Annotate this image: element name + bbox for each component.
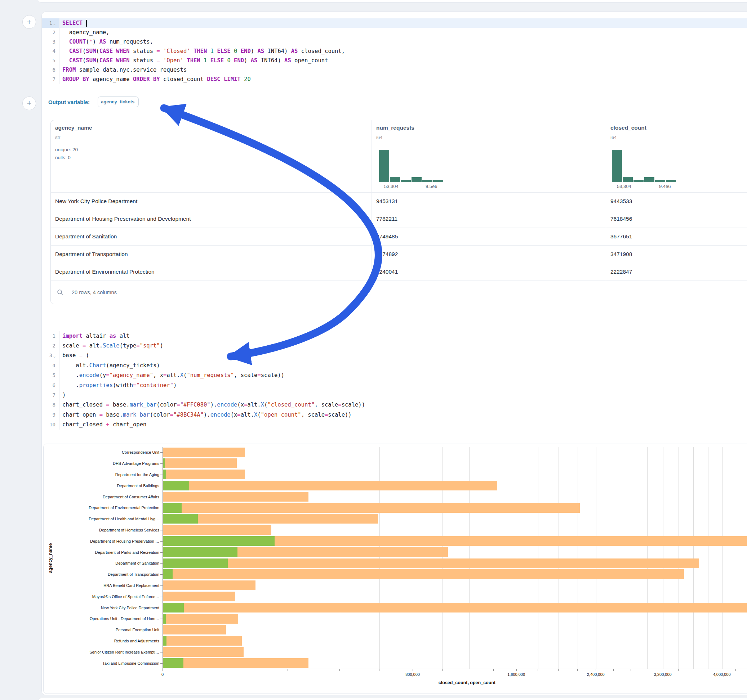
cell-num-requests: 7782211: [376, 210, 398, 228]
x-axis-tick: [442, 669, 443, 671]
cell-closed-count: 3677651: [611, 228, 632, 245]
notebook-page: + + 1⌄SELECT2 agency_name,3 COUNT(*) AS …: [0, 0, 747, 700]
bar-closed: [163, 481, 497, 490]
gridline: [413, 447, 413, 669]
bar-open: [163, 558, 228, 568]
histogram-bar: [379, 150, 389, 182]
x-axis-tick: [693, 669, 693, 671]
code-line[interactable]: 5 .encode(y="agency_name", x=alt.X("num_…: [42, 371, 747, 380]
code-text[interactable]: COUNT(*) AS num_requests,: [59, 37, 747, 47]
bar-closed: [163, 581, 256, 590]
gridline: [663, 447, 664, 669]
code-line[interactable]: 2 agency_name,: [42, 28, 747, 37]
y-axis-label: DHS Advantage Programs: [113, 461, 159, 466]
code-text[interactable]: import altair as alt: [59, 331, 747, 341]
fold-caret-icon[interactable]: ⌄: [53, 354, 56, 358]
histogram-bar: [655, 180, 665, 182]
x-axis-label: 2,400,000: [587, 672, 605, 677]
sql-editor[interactable]: 1⌄SELECT2 agency_name,3 COUNT(*) AS num_…: [42, 18, 747, 84]
code-line[interactable]: 3 COUNT(*) AS num_requests,: [42, 37, 747, 47]
code-line[interactable]: 1import altair as alt: [42, 331, 747, 341]
cell-closed-count: 9443533: [611, 193, 632, 210]
code-line[interactable]: 6FROM sample_data.nyc.service_requests: [42, 65, 747, 74]
x-axis-tick: [613, 669, 614, 671]
code-text[interactable]: alt.Chart(agency_tickets): [59, 361, 747, 370]
line-number: 4: [42, 361, 59, 370]
code-text[interactable]: base = (: [59, 351, 747, 361]
x-axis-tick: [735, 669, 736, 671]
gridline: [288, 447, 288, 669]
code-text[interactable]: chart_closed + chart_open: [59, 420, 747, 430]
code-text[interactable]: agency_name,: [59, 28, 747, 37]
bar-open: [163, 459, 165, 468]
line-number: 3: [42, 37, 59, 47]
bar-open: [163, 481, 189, 490]
output-variable-chip[interactable]: agency_tickets: [98, 97, 139, 107]
y-axis-label: Department of Consumer Affairs: [103, 495, 159, 499]
gridline: [708, 447, 708, 669]
column-type: str: [55, 135, 60, 140]
code-text[interactable]: ): [59, 390, 747, 400]
code-text[interactable]: GROUP BY agency_name ORDER BY closed_cou…: [59, 74, 747, 84]
bar-closed: [163, 647, 243, 657]
line-number: 8: [42, 400, 59, 410]
code-text[interactable]: chart_open = base.mark_bar(color="#8BC34…: [59, 410, 747, 419]
add-cell-button-output[interactable]: +: [22, 97, 36, 110]
cell-num-requests: 2240041: [376, 263, 398, 281]
column-type: i64: [376, 135, 382, 140]
histogram-min-label: 53,304: [384, 184, 399, 189]
code-text[interactable]: SELECT: [59, 18, 747, 28]
search-icon[interactable]: [57, 289, 64, 296]
bar-closed: [163, 591, 235, 601]
code-line[interactable]: 3⌄base = (: [42, 351, 747, 361]
x-axis-label: 0: [162, 672, 163, 677]
altair-chart: Correspondence UnitDHS Advantage Program…: [43, 444, 747, 694]
y-axis-label: Department of Homeless Services: [99, 528, 159, 532]
line-number: 2: [42, 341, 59, 350]
code-line[interactable]: 4 CAST(SUM(CASE WHEN status = 'Closed' T…: [42, 47, 747, 56]
code-line[interactable]: 1⌄SELECT: [42, 18, 747, 28]
add-cell-button-top[interactable]: +: [22, 15, 36, 29]
y-axis-label: New York City Police Department: [101, 606, 159, 610]
code-text[interactable]: CAST(SUM(CASE WHEN status = 'Open' THEN …: [59, 56, 747, 65]
gridline: [722, 447, 723, 669]
code-text[interactable]: CAST(SUM(CASE WHEN status = 'Closed' THE…: [59, 47, 747, 56]
code-line[interactable]: 7GROUP BY agency_name ORDER BY closed_co…: [42, 74, 747, 84]
code-line[interactable]: 5 CAST(SUM(CASE WHEN status = 'Open' THE…: [42, 56, 747, 65]
x-axis-tick: [538, 669, 538, 671]
x-axis-tick: [663, 669, 663, 671]
bar-open: [163, 614, 166, 624]
line-number: 6: [42, 380, 59, 390]
table-row: New York City Police Department945313194…: [51, 192, 747, 210]
divider: [41, 111, 747, 111]
python-editor[interactable]: 1import altair as alt2scale = alt.Scale(…: [42, 331, 747, 430]
x-axis-label: 3,200,000: [654, 672, 672, 677]
code-line[interactable]: 9chart_open = base.mark_bar(color="#8BC3…: [42, 410, 747, 419]
code-text[interactable]: .encode(y="agency_name", x=alt.X("num_re…: [59, 371, 747, 380]
line-number: 1: [42, 331, 59, 341]
code-line[interactable]: 4 alt.Chart(agency_tickets): [42, 361, 747, 370]
line-number: 5: [42, 371, 59, 380]
fold-caret-icon[interactable]: ⌄: [53, 22, 56, 26]
text-cursor: [86, 20, 87, 27]
bar-closed: [163, 459, 237, 468]
code-line[interactable]: 6 .properties(width="container"): [42, 380, 747, 390]
bar-open: [163, 536, 275, 546]
column-header-closed-count: closed_count: [611, 125, 646, 131]
code-line[interactable]: 10chart_closed + chart_open: [42, 420, 747, 430]
code-text[interactable]: chart_closed = base.mark_bar(color="#FFC…: [59, 400, 747, 410]
code-text[interactable]: scale = alt.Scale(type="sqrt"): [59, 341, 747, 350]
code-line[interactable]: 2scale = alt.Scale(type="sqrt"): [42, 341, 747, 350]
x-axis-tick: [339, 669, 340, 671]
code-line[interactable]: 8chart_closed = base.mark_bar(color="#FF…: [42, 400, 747, 410]
code-text[interactable]: .properties(width="container"): [59, 380, 747, 390]
gridline: [647, 447, 647, 669]
histogram-min-label: 53,304: [617, 184, 631, 189]
histogram-bar: [433, 180, 443, 182]
x-axis-tick: [379, 669, 380, 671]
y-axis-label: Department of Sanitation: [115, 561, 159, 565]
code-line[interactable]: 7): [42, 390, 747, 400]
y-axis-label: Department of Parks and Recreation: [95, 550, 159, 555]
code-text[interactable]: FROM sample_data.nyc.service_requests: [59, 65, 747, 74]
y-axis-label: Department of Environmental Protection: [89, 505, 159, 510]
